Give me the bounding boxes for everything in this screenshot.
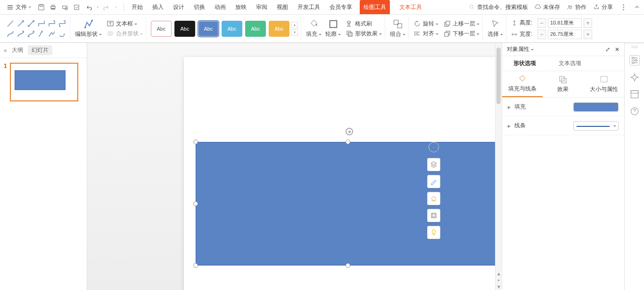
svg-rect-3 (52, 5, 55, 6)
height-input[interactable] (548, 18, 582, 28)
slides-tab[interactable]: 幻灯片 (28, 45, 52, 55)
save-icon[interactable] (38, 4, 45, 11)
style-3-selected[interactable]: Abc (198, 21, 219, 37)
tab-drawing-tools[interactable]: 绘图工具 (360, 0, 390, 14)
svg-rect-34 (631, 91, 638, 93)
line-style-picker[interactable] (573, 121, 619, 131)
resize-handle-w[interactable] (193, 201, 198, 206)
slide-thumb-1[interactable]: 1 (4, 63, 83, 101)
fill-label: 填充 (514, 103, 526, 111)
tab-design[interactable]: 设计 (168, 0, 189, 14)
height-dec[interactable]: − (537, 18, 546, 28)
redo-icon[interactable] (103, 4, 110, 11)
search-box[interactable]: 查找命令、搜索模板 (469, 3, 528, 11)
fill-line-subtab[interactable]: 填充与线条 (502, 71, 543, 97)
style-2[interactable]: Abc (174, 21, 195, 37)
style-5[interactable]: Abc (245, 21, 266, 37)
format-painter-button[interactable]: 格式刷 (346, 20, 382, 28)
fab-layers[interactable] (427, 158, 440, 171)
width-inc[interactable]: + (584, 30, 592, 39)
shape-options-tab[interactable]: 形状选项 (502, 56, 547, 71)
tab-transition[interactable]: 切换 (189, 0, 210, 14)
scrollbar-thumb[interactable] (496, 48, 501, 104)
tab-slideshow[interactable]: 放映 (231, 0, 251, 14)
share-button[interactable]: 分享 (593, 3, 613, 11)
fill-button[interactable]: 填充 (306, 19, 322, 38)
resize-handle-s[interactable] (346, 263, 350, 268)
tab-review[interactable]: 审阅 (251, 0, 272, 14)
send-backward-button[interactable]: 下移一层 (443, 30, 479, 38)
print-icon[interactable] (50, 4, 57, 11)
align-button[interactable]: 对齐 (413, 30, 438, 38)
fill-color-picker[interactable] (573, 102, 619, 112)
outline-tab[interactable]: 大纲 (12, 46, 23, 54)
tab-home[interactable]: 开始 (127, 0, 148, 14)
shape-style-gallery[interactable]: Abc Abc Abc Abc Abc Abc (151, 21, 289, 37)
rotate-button[interactable]: 旋转 (413, 20, 438, 28)
resize-handle-n[interactable] (346, 140, 350, 144)
outline-button[interactable]: 轮廓 (325, 19, 341, 38)
tab-insert[interactable]: 插入 (148, 0, 168, 14)
close-panel-icon[interactable]: ✕ (615, 46, 619, 53)
select-button[interactable]: 选择 (487, 19, 503, 38)
fab-edit[interactable] (427, 175, 440, 188)
effects-subtab[interactable]: 效果 (543, 71, 583, 97)
style-4[interactable]: Abc (222, 21, 242, 37)
tab-text-tools[interactable]: 文本工具 (395, 0, 427, 14)
tab-view[interactable]: 视图 (272, 0, 293, 14)
rail-sparkle-icon[interactable] (629, 72, 640, 83)
shape-effect-button[interactable]: 形状效果 (346, 30, 382, 38)
print-preview-icon[interactable] (61, 4, 68, 11)
collab-button[interactable]: 协作 (567, 3, 586, 11)
resize-handle-sw[interactable] (193, 263, 198, 268)
fab-collapse[interactable]: − (429, 142, 439, 152)
height-inc[interactable]: + (584, 18, 592, 28)
undo-icon[interactable] (85, 4, 92, 11)
svg-point-32 (632, 62, 634, 64)
collapse-ribbon-icon[interactable] (634, 4, 640, 10)
file-menu[interactable]: 文件 ▾ (4, 3, 34, 11)
bring-forward-button[interactable]: 上移一层 (443, 20, 479, 28)
fab-frame[interactable] (427, 209, 440, 222)
resize-handle-nw[interactable] (193, 140, 198, 144)
rail-properties-icon[interactable] (629, 55, 640, 66)
textbox-button[interactable]: 文本框 (107, 20, 143, 28)
rail-drag-icon[interactable] (629, 46, 640, 49)
more-menu[interactable] (619, 4, 627, 10)
style-1[interactable]: Abc (151, 21, 172, 37)
group-button[interactable]: 组合 (390, 19, 405, 38)
scroll-up-icon[interactable]: ▴ (495, 270, 502, 277)
size-props-subtab[interactable]: 大小与属性 (584, 71, 624, 97)
width-input[interactable] (548, 30, 582, 39)
tab-devtools[interactable]: 开发工具 (293, 0, 325, 14)
tab-animation[interactable]: 动画 (210, 0, 231, 14)
rail-template-icon[interactable] (629, 89, 640, 99)
fab-crop[interactable] (427, 192, 440, 205)
style-6[interactable]: Abc (269, 21, 289, 37)
fab-idea[interactable] (427, 226, 440, 239)
width-dec[interactable]: − (537, 30, 546, 39)
export-icon[interactable] (73, 4, 80, 11)
text-options-tab[interactable]: 文本选项 (547, 56, 593, 71)
fill-row[interactable]: ▸ 填充 (502, 98, 624, 116)
scroll-mid-icon[interactable]: ▪ (495, 277, 502, 283)
slide-canvas[interactable]: − ▴ ▪ ▾ (87, 43, 502, 290)
style-gallery-scroll[interactable]: ▴ ▾ (291, 22, 298, 36)
tab-vip[interactable]: 会员专享 (325, 0, 357, 14)
vertical-scrollbar[interactable]: ▴ ▪ ▾ (495, 43, 502, 290)
line-shapes-gallery[interactable] (6, 19, 67, 39)
merge-shape-button[interactable]: 合并形状 (107, 30, 143, 38)
collapse-outline-icon[interactable]: « (4, 47, 7, 54)
selected-rectangle-shape[interactable] (196, 142, 501, 265)
line-row[interactable]: ▸ 线条 (502, 116, 624, 135)
pin-icon[interactable]: ⤢ (605, 46, 610, 53)
scroll-down-icon[interactable]: ▾ (495, 283, 502, 290)
height-label: 高度: (520, 19, 536, 27)
edit-shape-button[interactable]: 编辑形状 (75, 19, 102, 38)
rail-help-icon[interactable] (629, 106, 640, 116)
panel-title[interactable]: 对象属性 (507, 45, 534, 53)
undo-dropdown[interactable]: ▾ (97, 5, 99, 9)
unsaved-button[interactable]: 未保存 (535, 3, 560, 11)
redo-dropdown[interactable]: ▾ (115, 5, 117, 9)
rotation-handle[interactable] (346, 128, 353, 135)
